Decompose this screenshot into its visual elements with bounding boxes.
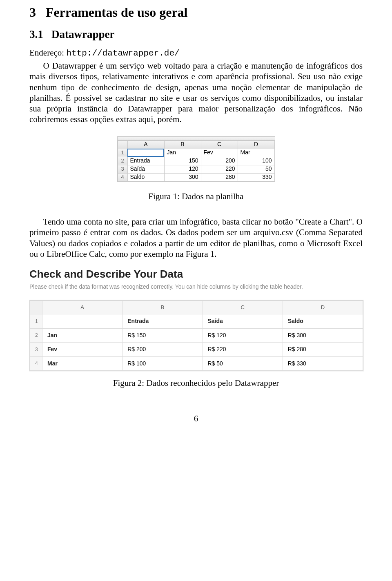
row-index: 3: [30, 343, 42, 357]
cell: Jan: [164, 149, 201, 157]
table-row: 1 Entrada Saída Saldo: [30, 314, 363, 329]
cell: R$ 100: [122, 356, 203, 371]
cell: 50: [238, 165, 274, 173]
cell: Entrada: [127, 157, 164, 165]
subsection-heading: 3.1 Datawrapper: [29, 28, 363, 42]
cell: 220: [201, 165, 238, 173]
subsection-title: Datawrapper: [51, 28, 114, 40]
spreadsheet-screenshot: A B C D 1 Jan Fev Mar 2: [117, 136, 275, 182]
address-url: http://datawrapper.de/: [66, 49, 179, 58]
corner-cell: [118, 140, 127, 149]
table-row: 3 Fev R$ 200 R$ 220 R$ 280: [30, 343, 363, 357]
cell: Jan: [42, 328, 122, 343]
cell: Fev: [42, 343, 122, 357]
cell: R$ 280: [283, 343, 363, 357]
figure-1: A B C D 1 Jan Fev Mar 2: [29, 136, 363, 202]
table-row: 2 Jan R$ 150 R$ 120 R$ 300: [30, 328, 363, 343]
paragraph-2: Tendo uma conta no site, para criar um i…: [29, 216, 363, 259]
address-label: Endereço:: [29, 48, 64, 58]
cell-selected: [127, 149, 164, 157]
cell: Saída: [203, 314, 283, 329]
column-header: B: [122, 301, 203, 314]
column-header: D: [283, 301, 363, 314]
row-index: 3: [118, 165, 127, 173]
datawrapper-table: A B C D 1 Entrada Saída Saldo: [29, 300, 363, 371]
section-number: 3: [29, 5, 36, 20]
cell: 280: [201, 173, 238, 181]
cell: 150: [164, 157, 201, 165]
figure-2-caption: Figura 2: Dados reconhecidos pelo Datawr…: [29, 378, 363, 388]
column-header: A: [42, 301, 122, 314]
row-index: 4: [118, 173, 127, 181]
cell: 330: [238, 173, 274, 181]
datawrapper-subheading: Please check if the data format was reco…: [29, 283, 363, 291]
cell: Saldo: [283, 314, 363, 329]
section-title: Ferramentas de uso geral: [46, 5, 187, 20]
cell: 300: [164, 173, 201, 181]
row-index: 2: [118, 157, 127, 165]
cell: R$ 150: [122, 328, 203, 343]
table-row: 2 Entrada 150 200 100: [118, 157, 274, 165]
table-row: 3 Saída 120 220 50: [118, 165, 274, 173]
column-header: B: [164, 140, 201, 149]
table-row: 1 Jan Fev Mar: [118, 149, 274, 157]
row-index: 1: [118, 149, 127, 157]
cell: R$ 220: [203, 343, 283, 357]
cell: 100: [238, 157, 274, 165]
cell: R$ 200: [122, 343, 203, 357]
column-header: D: [238, 140, 274, 149]
cell: Entrada: [122, 314, 203, 329]
figure-2: Check and Describe Your Data Please chec…: [29, 267, 363, 389]
column-header: A: [127, 140, 164, 149]
cell: [42, 314, 122, 329]
spreadsheet-toolbar: [118, 137, 275, 140]
paragraph-1: O Datawrapper é um serviço web voltado p…: [29, 60, 363, 125]
datawrapper-heading: Check and Describe Your Data: [29, 267, 363, 281]
cell: R$ 120: [203, 328, 283, 343]
cell: R$ 330: [283, 356, 363, 371]
cell: Fev: [201, 149, 238, 157]
cell: Saída: [127, 165, 164, 173]
column-header: C: [203, 301, 283, 314]
cell: Mar: [42, 356, 122, 371]
subsection-number: 3.1: [29, 28, 43, 40]
section-heading: 3 Ferramentas de uso geral: [29, 4, 363, 20]
row-index: 2: [30, 328, 42, 343]
cell: Saldo: [127, 173, 164, 181]
cell: 120: [164, 165, 201, 173]
row-index: 4: [30, 356, 42, 371]
table-row: 4 Mar R$ 100 R$ 50 R$ 330: [30, 356, 363, 371]
spreadsheet-table: A B C D 1 Jan Fev Mar 2: [118, 140, 275, 182]
row-index: 1: [30, 314, 42, 329]
address-line: Endereço: http://datawrapper.de/: [29, 47, 363, 59]
cell: R$ 50: [203, 356, 283, 371]
cell: R$ 300: [283, 328, 363, 343]
page-content: 3 Ferramentas de uso geral 3.1 Datawrapp…: [0, 0, 392, 440]
figure-1-caption: Figura 1: Dados na planilha: [29, 191, 363, 202]
page-number: 6: [29, 413, 363, 424]
column-header: C: [201, 140, 238, 149]
cell: Mar: [238, 149, 274, 157]
cell: 200: [201, 157, 238, 165]
table-row: 4 Saldo 300 280 330: [118, 173, 274, 181]
corner-cell: [30, 301, 42, 314]
